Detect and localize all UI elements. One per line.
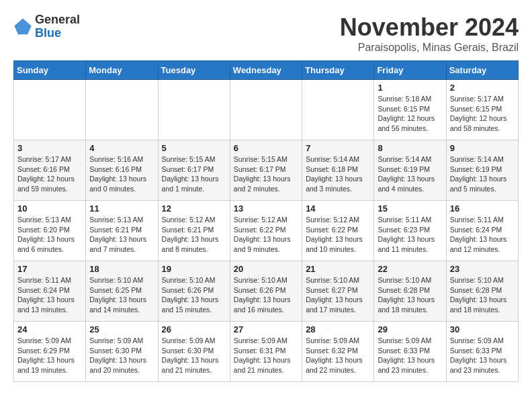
logo-text: General Blue (35, 13, 80, 40)
day-info: Sunrise: 5:09 AM Sunset: 6:33 PM Dayligh… (450, 336, 515, 375)
day-info: Sunrise: 5:09 AM Sunset: 6:30 PM Dayligh… (89, 336, 154, 375)
day-info: Sunrise: 5:10 AM Sunset: 6:27 PM Dayligh… (306, 275, 370, 315)
calendar-week-2: 3Sunrise: 5:17 AM Sunset: 6:16 PM Daylig… (14, 140, 519, 201)
location: Paraisopolis, Minas Gerais, Brazil (340, 42, 519, 54)
calendar-cell: 23Sunrise: 5:10 AM Sunset: 6:28 PM Dayli… (446, 261, 518, 322)
day-info: Sunrise: 5:10 AM Sunset: 6:28 PM Dayligh… (378, 275, 442, 315)
day-number: 7 (306, 143, 370, 153)
calendar-cell: 25Sunrise: 5:09 AM Sunset: 6:30 PM Dayli… (86, 322, 158, 382)
calendar-cell: 30Sunrise: 5:09 AM Sunset: 6:33 PM Dayli… (446, 322, 518, 382)
calendar-cell: 4Sunrise: 5:16 AM Sunset: 6:16 PM Daylig… (86, 140, 158, 201)
day-number: 13 (234, 203, 298, 214)
day-number: 16 (450, 203, 515, 214)
calendar-cell (302, 80, 374, 140)
weekday-header-friday: Friday (374, 61, 446, 80)
weekday-header-wednesday: Wednesday (230, 61, 302, 80)
calendar-cell: 19Sunrise: 5:10 AM Sunset: 6:26 PM Dayli… (158, 261, 230, 322)
calendar-cell: 24Sunrise: 5:09 AM Sunset: 6:29 PM Dayli… (14, 322, 86, 382)
month-title: November 2024 (340, 13, 519, 42)
calendar-cell: 3Sunrise: 5:17 AM Sunset: 6:16 PM Daylig… (14, 140, 86, 201)
day-info: Sunrise: 5:15 AM Sunset: 6:17 PM Dayligh… (162, 154, 226, 194)
calendar-week-3: 10Sunrise: 5:13 AM Sunset: 6:20 PM Dayli… (14, 201, 519, 261)
day-info: Sunrise: 5:15 AM Sunset: 6:17 PM Dayligh… (234, 154, 298, 194)
day-number: 1 (378, 83, 442, 93)
day-number: 18 (89, 264, 154, 274)
day-number: 23 (450, 264, 515, 274)
calendar-cell: 22Sunrise: 5:10 AM Sunset: 6:28 PM Dayli… (374, 261, 446, 322)
day-number: 2 (450, 83, 515, 93)
day-info: Sunrise: 5:17 AM Sunset: 6:15 PM Dayligh… (450, 94, 515, 134)
day-number: 14 (306, 203, 370, 214)
calendar-cell: 8Sunrise: 5:14 AM Sunset: 6:19 PM Daylig… (374, 140, 446, 201)
day-number: 5 (162, 143, 226, 153)
calendar-cell: 27Sunrise: 5:09 AM Sunset: 6:31 PM Dayli… (230, 322, 302, 382)
day-number: 8 (378, 143, 442, 153)
day-number: 3 (17, 143, 82, 153)
day-info: Sunrise: 5:09 AM Sunset: 6:32 PM Dayligh… (306, 336, 370, 375)
calendar-cell: 6Sunrise: 5:15 AM Sunset: 6:17 PM Daylig… (230, 140, 302, 201)
calendar-cell: 11Sunrise: 5:13 AM Sunset: 6:21 PM Dayli… (86, 201, 158, 261)
day-number: 22 (378, 264, 442, 274)
logo: General Blue (13, 13, 80, 40)
logo-general: General (35, 13, 80, 27)
day-info: Sunrise: 5:14 AM Sunset: 6:19 PM Dayligh… (378, 154, 442, 194)
calendar-header: SundayMondayTuesdayWednesdayThursdayFrid… (14, 61, 519, 80)
day-info: Sunrise: 5:10 AM Sunset: 6:26 PM Dayligh… (162, 275, 226, 315)
calendar-cell: 2Sunrise: 5:17 AM Sunset: 6:15 PM Daylig… (446, 80, 518, 140)
calendar-week-1: 1Sunrise: 5:18 AM Sunset: 6:15 PM Daylig… (14, 80, 519, 140)
weekday-header-thursday: Thursday (302, 61, 374, 80)
day-number: 26 (162, 324, 226, 334)
calendar-cell: 12Sunrise: 5:12 AM Sunset: 6:21 PM Dayli… (158, 201, 230, 261)
day-info: Sunrise: 5:10 AM Sunset: 6:25 PM Dayligh… (89, 275, 154, 315)
calendar-cell: 10Sunrise: 5:13 AM Sunset: 6:20 PM Dayli… (14, 201, 86, 261)
calendar-cell: 17Sunrise: 5:11 AM Sunset: 6:24 PM Dayli… (14, 261, 86, 322)
day-number: 9 (450, 143, 515, 153)
day-info: Sunrise: 5:11 AM Sunset: 6:24 PM Dayligh… (450, 215, 515, 255)
calendar-cell: 26Sunrise: 5:09 AM Sunset: 6:30 PM Dayli… (158, 322, 230, 382)
day-info: Sunrise: 5:11 AM Sunset: 6:23 PM Dayligh… (378, 215, 442, 255)
calendar-cell (158, 80, 230, 140)
day-number: 12 (162, 203, 226, 214)
calendar-cell: 7Sunrise: 5:14 AM Sunset: 6:18 PM Daylig… (302, 140, 374, 201)
day-info: Sunrise: 5:11 AM Sunset: 6:24 PM Dayligh… (17, 275, 82, 315)
calendar-cell (86, 80, 158, 140)
logo-icon (13, 17, 32, 36)
day-info: Sunrise: 5:13 AM Sunset: 6:21 PM Dayligh… (89, 215, 154, 255)
day-number: 21 (306, 264, 370, 274)
day-number: 30 (450, 324, 515, 334)
weekday-header-monday: Monday (86, 61, 158, 80)
logo-blue: Blue (35, 27, 80, 40)
calendar-cell: 1Sunrise: 5:18 AM Sunset: 6:15 PM Daylig… (374, 80, 446, 140)
day-info: Sunrise: 5:16 AM Sunset: 6:16 PM Dayligh… (89, 154, 154, 194)
day-number: 20 (234, 264, 298, 274)
day-info: Sunrise: 5:12 AM Sunset: 6:21 PM Dayligh… (162, 215, 226, 255)
page-header: General Blue November 2024 Paraisopolis,… (13, 13, 519, 54)
day-number: 19 (162, 264, 226, 274)
title-area: November 2024 Paraisopolis, Minas Gerais… (340, 13, 519, 54)
calendar-cell: 5Sunrise: 5:15 AM Sunset: 6:17 PM Daylig… (158, 140, 230, 201)
day-number: 15 (378, 203, 442, 214)
calendar-cell: 9Sunrise: 5:14 AM Sunset: 6:19 PM Daylig… (446, 140, 518, 201)
day-number: 28 (306, 324, 370, 334)
calendar-cell: 13Sunrise: 5:12 AM Sunset: 6:22 PM Dayli… (230, 201, 302, 261)
calendar-cell: 28Sunrise: 5:09 AM Sunset: 6:32 PM Dayli… (302, 322, 374, 382)
day-number: 25 (89, 324, 154, 334)
day-info: Sunrise: 5:14 AM Sunset: 6:19 PM Dayligh… (450, 154, 515, 194)
day-number: 24 (17, 324, 82, 334)
calendar-cell: 18Sunrise: 5:10 AM Sunset: 6:25 PM Dayli… (86, 261, 158, 322)
day-number: 29 (378, 324, 442, 334)
day-info: Sunrise: 5:12 AM Sunset: 6:22 PM Dayligh… (234, 215, 298, 255)
day-info: Sunrise: 5:10 AM Sunset: 6:28 PM Dayligh… (450, 275, 515, 315)
day-number: 10 (17, 203, 82, 214)
calendar-cell: 15Sunrise: 5:11 AM Sunset: 6:23 PM Dayli… (374, 201, 446, 261)
calendar-week-4: 17Sunrise: 5:11 AM Sunset: 6:24 PM Dayli… (14, 261, 519, 322)
weekday-header-sunday: Sunday (14, 61, 86, 80)
day-number: 11 (89, 203, 154, 214)
calendar: SundayMondayTuesdayWednesdayThursdayFrid… (13, 60, 519, 382)
day-number: 17 (17, 264, 82, 274)
day-number: 27 (234, 324, 298, 334)
calendar-cell (14, 80, 86, 140)
day-number: 6 (234, 143, 298, 153)
calendar-cell: 29Sunrise: 5:09 AM Sunset: 6:33 PM Dayli… (374, 322, 446, 382)
day-info: Sunrise: 5:12 AM Sunset: 6:22 PM Dayligh… (306, 215, 370, 255)
